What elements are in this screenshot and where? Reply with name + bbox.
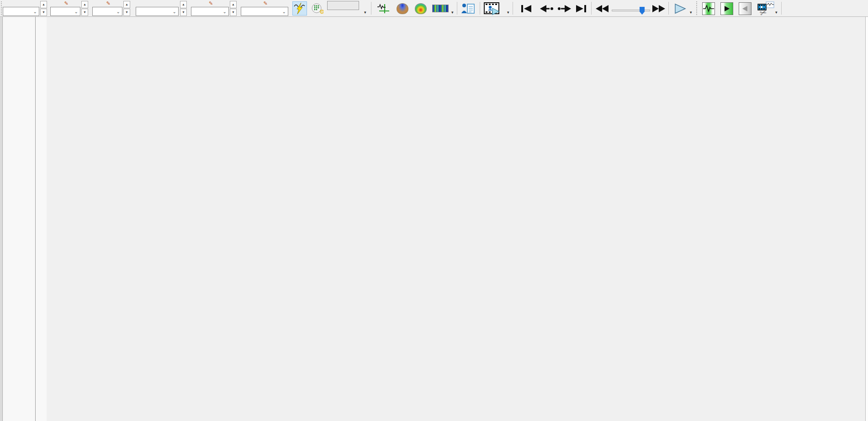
tc-field: ✎ ⌄ xyxy=(50,0,80,16)
topography-head-icon xyxy=(397,3,408,14)
skip-to-start-button[interactable] xyxy=(519,1,534,16)
pencil-icon[interactable]: ✎ xyxy=(64,0,68,6)
rewind-icon xyxy=(595,4,609,13)
play-green-icon xyxy=(720,2,733,15)
channel-divider-line xyxy=(35,17,36,421)
tc-stepper[interactable]: ▲▼ xyxy=(81,1,88,16)
play-button[interactable] xyxy=(672,1,689,16)
favorite-field: ✎ ⌄ xyxy=(241,0,288,16)
skip-to-end-button[interactable] xyxy=(574,1,588,16)
datetime-display xyxy=(327,0,359,10)
sensitivity-stepper[interactable]: ▲▼ xyxy=(40,1,47,16)
tc-select[interactable]: ⌄ xyxy=(50,7,80,16)
step-back-icon xyxy=(539,4,554,13)
speed-slider[interactable] xyxy=(611,1,652,16)
topography-rainbow-button[interactable] xyxy=(414,1,428,16)
favorite-select[interactable]: ⌄ xyxy=(241,7,288,16)
channel-label-panel xyxy=(3,17,47,421)
pencil-icon[interactable]: ✎ xyxy=(209,0,213,6)
right-edge-strip xyxy=(865,17,868,421)
patient-info-icon xyxy=(460,2,476,15)
left-edge-strip xyxy=(0,17,3,421)
play-green-button[interactable] xyxy=(720,1,734,16)
pattern-field: ⌄ xyxy=(136,0,179,16)
hf-select[interactable]: ⌄ xyxy=(92,7,122,16)
chevron-down-icon[interactable]: ▾ xyxy=(775,10,778,15)
main-toolbar: ⌄ ▲▼ ✎ ⌄ ▲▼ ✎ ⌄ ▲▼ ⌄ ▲▼ xyxy=(0,0,868,17)
pencil-icon[interactable]: ✎ xyxy=(263,0,267,6)
svg-text:⚙: ⚙ xyxy=(319,8,323,15)
pattern-select[interactable]: ⌄ xyxy=(136,7,179,16)
pattern-stepper[interactable]: ▲▼ xyxy=(180,1,187,16)
video-clip-button[interactable]: ✂ xyxy=(756,1,776,16)
sensitivity-label xyxy=(3,0,39,6)
time-display[interactable] xyxy=(327,1,359,10)
sensitivity-field: ⌄ xyxy=(3,0,39,16)
speed-slider-thumb[interactable] xyxy=(640,7,645,15)
eeg-review-button[interactable] xyxy=(702,1,715,16)
patient-info-button[interactable] xyxy=(460,1,477,16)
eeg-review-icon xyxy=(702,2,715,15)
chevron-down-icon: ⌄ xyxy=(173,9,176,14)
eeg-display-region xyxy=(0,17,868,421)
topography-button[interactable] xyxy=(396,1,409,16)
electrode-settings-button[interactable]: ⚙ xyxy=(310,1,324,16)
hf-field: ✎ ⌄ xyxy=(92,0,122,16)
play-back-icon xyxy=(739,2,752,15)
eeg-review-window: ⌄ ▲▼ ✎ ⌄ ▲▼ ✎ ⌄ ▲▼ ⌄ ▲▼ xyxy=(0,0,868,421)
sensitivity-select[interactable]: ⌄ xyxy=(3,7,39,16)
chevron-down-icon[interactable]: ▾ xyxy=(690,10,692,15)
chevron-down-icon: ⌄ xyxy=(223,9,227,14)
topography-rainbow-icon xyxy=(415,3,427,14)
step-back-button[interactable] xyxy=(538,1,555,16)
svg-text:✂: ✂ xyxy=(759,7,768,16)
fast-forward-icon xyxy=(651,4,666,13)
play-icon xyxy=(673,3,687,14)
pencil-icon[interactable]: ✎ xyxy=(106,0,110,6)
notch-filter-button[interactable] xyxy=(292,1,307,16)
spectrogram-icon xyxy=(432,5,449,12)
pattern-label xyxy=(136,0,179,6)
skip-to-end-icon xyxy=(575,4,587,13)
toolbar-gripper xyxy=(696,1,698,15)
rewind-button[interactable] xyxy=(594,1,610,16)
play-back-button[interactable] xyxy=(738,1,752,16)
step-forward-button[interactable] xyxy=(556,1,573,16)
chevron-down-icon: ⌄ xyxy=(74,9,78,14)
event-marker-button[interactable] xyxy=(375,1,391,16)
chevron-down-icon: ⌄ xyxy=(33,9,37,14)
eeg-trace-area[interactable] xyxy=(47,17,865,421)
spectrogram-button[interactable] xyxy=(431,1,450,16)
video-clip-icon: ✂ xyxy=(756,1,775,16)
video-playback-icon xyxy=(483,2,501,16)
chevron-down-icon: ⌄ xyxy=(282,9,286,14)
chevron-down-icon[interactable]: ▾ xyxy=(507,10,509,15)
chevron-down-icon[interactable]: ▾ xyxy=(451,10,454,15)
hf-stepper[interactable]: ▲▼ xyxy=(123,1,130,16)
display-length-select[interactable]: ⌄ xyxy=(191,7,229,16)
skip-to-start-icon xyxy=(520,4,532,13)
video-playback-button[interactable] xyxy=(482,1,502,16)
step-forward-icon xyxy=(557,4,572,13)
display-length-stepper[interactable]: ▲▼ xyxy=(230,1,237,16)
chevron-down-icon: ⌄ xyxy=(116,9,120,14)
fast-forward-button[interactable] xyxy=(651,1,667,16)
electrode-settings-icon: ⚙ xyxy=(311,2,323,15)
notch-50hz-filter-icon xyxy=(293,2,306,15)
display-length-field: ✎ ⌄ xyxy=(191,0,229,16)
chevron-down-icon[interactable]: ▾ xyxy=(364,10,366,15)
event-marker-icon xyxy=(376,2,390,15)
